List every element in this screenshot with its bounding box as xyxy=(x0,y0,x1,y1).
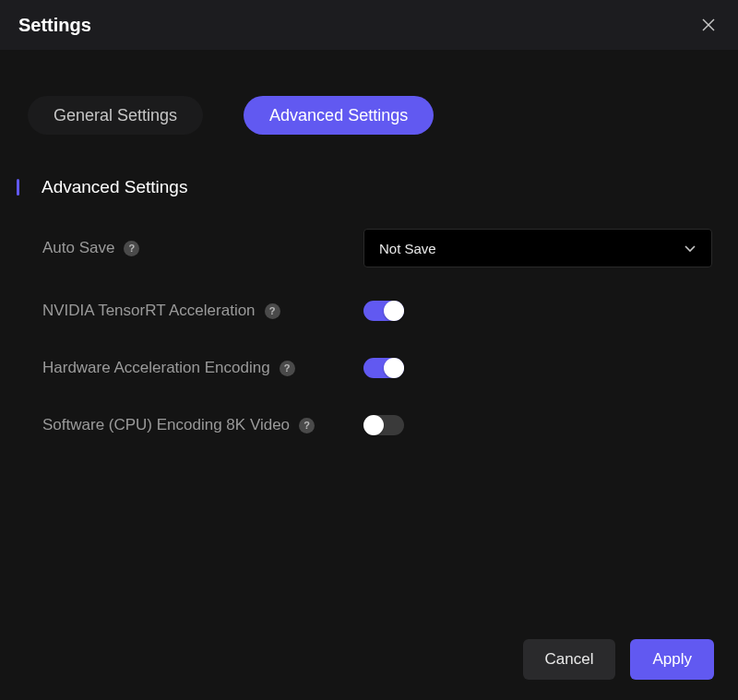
setting-label-wrap: Auto Save ? xyxy=(42,239,363,257)
swencode8k-toggle[interactable] xyxy=(363,415,404,435)
autosave-dropdown[interactable]: Not Save xyxy=(363,229,712,267)
toggle-thumb xyxy=(384,301,404,321)
setting-row-tensorrt: NVIDIA TensorRT Acceleration ? xyxy=(26,301,712,321)
setting-label-wrap: NVIDIA TensorRT Acceleration ? xyxy=(42,302,363,320)
toggle-thumb xyxy=(363,415,384,435)
autosave-value: Not Save xyxy=(379,241,436,256)
help-icon[interactable]: ? xyxy=(299,418,315,433)
advanced-section: Advanced Settings Auto Save ? Not Save N… xyxy=(0,135,738,435)
hwencode-label: Hardware Acceleration Encoding xyxy=(42,359,270,377)
help-icon[interactable]: ? xyxy=(265,303,280,319)
tab-general[interactable]: General Settings xyxy=(28,96,203,135)
heading-accent-bar xyxy=(17,179,19,196)
close-icon xyxy=(702,18,715,31)
help-icon[interactable]: ? xyxy=(280,361,295,376)
close-button[interactable] xyxy=(697,14,720,36)
tab-advanced[interactable]: Advanced Settings xyxy=(244,96,434,135)
help-icon[interactable]: ? xyxy=(124,241,139,256)
section-heading: Advanced Settings xyxy=(42,177,187,197)
tensorrt-toggle[interactable] xyxy=(363,301,404,321)
setting-row-hwencode: Hardware Acceleration Encoding ? xyxy=(26,358,712,378)
setting-label-wrap: Software (CPU) Encoding 8K Video ? xyxy=(42,416,363,434)
apply-button[interactable]: Apply xyxy=(630,639,714,680)
setting-row-swencode8k: Software (CPU) Encoding 8K Video ? xyxy=(26,415,712,435)
setting-row-autosave: Auto Save ? Not Save xyxy=(26,229,712,267)
header-bar: Settings xyxy=(0,0,738,50)
footer-actions: Cancel Apply xyxy=(523,639,714,680)
toggle-thumb xyxy=(384,358,404,378)
tabs-bar: General Settings Advanced Settings xyxy=(0,50,738,135)
setting-label-wrap: Hardware Acceleration Encoding ? xyxy=(42,359,363,377)
hwencode-toggle[interactable] xyxy=(363,358,404,378)
cancel-button[interactable]: Cancel xyxy=(523,639,616,680)
chevron-down-icon xyxy=(684,242,696,255)
tensorrt-label: NVIDIA TensorRT Acceleration xyxy=(42,302,256,320)
autosave-label: Auto Save xyxy=(42,239,114,257)
section-heading-row: Advanced Settings xyxy=(17,177,712,197)
swencode8k-label: Software (CPU) Encoding 8K Video xyxy=(42,416,290,434)
page-title: Settings xyxy=(18,15,91,36)
